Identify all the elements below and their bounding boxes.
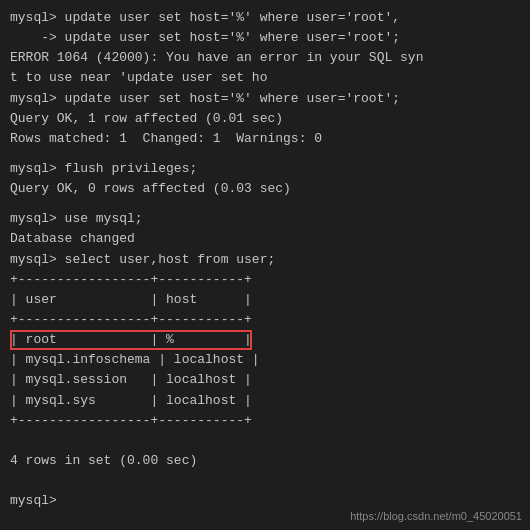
watermark: https://blog.csdn.net/m0_45020051 (350, 510, 522, 522)
terminal: mysql> update user set host='%' where us… (0, 0, 530, 530)
line-2: -> update user set host='%' where user='… (10, 28, 520, 48)
final-prompt: mysql> (10, 491, 520, 511)
spacer-2 (10, 199, 520, 209)
line-14: mysql> select user,host from user; (10, 250, 520, 270)
line-6: Query OK, 1 row affected (0.01 sec) (10, 109, 520, 129)
footer-spacer (10, 431, 520, 451)
line-13: Database changed (10, 229, 520, 249)
footer-spacer-2 (10, 471, 520, 491)
table-row-session: | mysql.session | localhost | (10, 370, 260, 390)
table-bottom-border: +-----------------+-----------+ (10, 411, 260, 431)
line-7: Rows matched: 1 Changed: 1 Warnings: 0 (10, 129, 520, 149)
line-1: mysql> update user set host='%' where us… (10, 8, 520, 28)
query-result-table: +-----------------+-----------+ | user |… (10, 270, 260, 431)
line-10: Query OK, 0 rows affected (0.03 sec) (10, 179, 520, 199)
table-row-sys: | mysql.sys | localhost | (10, 391, 260, 411)
highlighted-row-container: | root | % | (10, 330, 252, 350)
table-header: | user | host | (10, 290, 260, 310)
line-4: t to use near 'update user set ho (10, 68, 520, 88)
table-row-infoschema: | mysql.infoschema | localhost | (10, 350, 260, 370)
rows-in-set: 4 rows in set (0.00 sec) (10, 451, 520, 471)
line-12: mysql> use mysql; (10, 209, 520, 229)
spacer-1 (10, 149, 520, 159)
line-3: ERROR 1064 (42000): You have an error in… (10, 48, 520, 68)
line-5: mysql> update user set host='%' where us… (10, 89, 520, 109)
table-header-sep: +-----------------+-----------+ (10, 310, 260, 330)
table-row-root: | root | % | (10, 330, 252, 350)
line-9: mysql> flush privileges; (10, 159, 520, 179)
table-top-border: +-----------------+-----------+ (10, 270, 260, 290)
